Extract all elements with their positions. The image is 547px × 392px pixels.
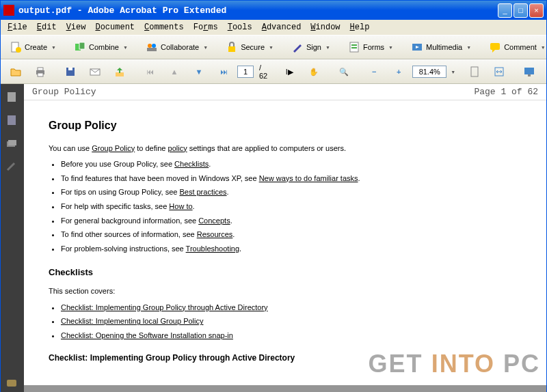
first-page-icon: ⏮: [144, 66, 156, 78]
page-total-label: / 62: [259, 64, 267, 80]
multimedia-button[interactable]: Multimedia ▼: [406, 38, 476, 56]
menu-comments[interactable]: Comments: [140, 21, 188, 33]
fit-width-button[interactable]: [488, 63, 510, 81]
combine-button[interactable]: Combine ▼: [69, 38, 133, 56]
secure-button[interactable]: Secure ▼: [221, 38, 278, 56]
menu-forms[interactable]: Forms: [189, 21, 222, 33]
open-button[interactable]: [5, 63, 27, 81]
close-button[interactable]: ×: [529, 3, 544, 18]
menu-file[interactable]: File: [3, 21, 31, 33]
chevron-down-icon: ▼: [203, 45, 208, 50]
screen-icon: [523, 66, 535, 78]
list-item: Checklist: Opening the Software Installa…: [61, 330, 522, 342]
menu-edit[interactable]: Edit: [33, 21, 61, 33]
doc-link[interactable]: Checklist: Opening the Software Installa…: [61, 331, 233, 339]
svg-point-4: [148, 44, 152, 48]
document-view[interactable]: Group Policy Page 1 of 62 Group Policy Y…: [24, 84, 546, 392]
chevron-down-icon[interactable]: ▼: [451, 70, 455, 74]
link-policy[interactable]: policy: [168, 144, 187, 152]
chevron-down-icon: ▼: [388, 45, 393, 50]
fullscreen-button[interactable]: [518, 63, 540, 81]
svg-rect-19: [68, 68, 72, 70]
doc-link[interactable]: New ways to do familiar tasks: [259, 174, 358, 182]
svg-rect-25: [528, 74, 531, 76]
comments-panel-button[interactable]: [5, 378, 19, 391]
layers-panel-button[interactable]: [5, 137, 19, 151]
create-label: Create: [25, 43, 47, 51]
create-button[interactable]: Create ▼: [5, 38, 61, 56]
doc-link[interactable]: Resources: [197, 230, 233, 238]
text-select-button[interactable]: I▶: [278, 63, 300, 81]
zoom-in-button[interactable]: +: [388, 63, 410, 81]
doc-link[interactable]: Checklist: Implementing Group Policy thr…: [61, 303, 268, 311]
menu-tools[interactable]: Tools: [224, 21, 256, 33]
create-icon: [10, 41, 22, 53]
minimize-button[interactable]: _: [498, 3, 512, 18]
print-button[interactable]: [29, 63, 51, 81]
doc-link[interactable]: Best practices: [179, 188, 226, 196]
bookmarks-panel-button[interactable]: [5, 114, 19, 128]
forms-button[interactable]: Forms ▼: [343, 38, 398, 56]
link-group-policy[interactable]: Group Policy: [92, 144, 135, 152]
doc-link[interactable]: Checklist: Implementing local Group Poli…: [61, 317, 203, 325]
hand-tool-button[interactable]: ✋: [303, 63, 325, 81]
doc-page: Group Policy You can use Group Policy to…: [24, 100, 546, 385]
menu-window[interactable]: Window: [306, 21, 344, 33]
chevron-down-icon: ▼: [541, 45, 546, 50]
section-intro: This section covers:: [49, 285, 522, 298]
zoom-select-icon: 🔍: [338, 66, 350, 78]
svg-rect-28: [8, 92, 16, 102]
checklist-subheading: Checklist: Implementing Group Policy thr…: [49, 352, 522, 365]
first-page-button[interactable]: ⏮: [139, 63, 161, 81]
collaborate-button[interactable]: Collaborate ▼: [141, 38, 213, 56]
nav-sidebar: [1, 84, 24, 392]
comment-button[interactable]: Comment ▼: [484, 38, 547, 56]
multimedia-label: Multimedia: [426, 43, 462, 51]
upload-icon: [114, 66, 126, 78]
marquee-zoom-button[interactable]: 🔍: [333, 63, 355, 81]
toolbar-main: Create ▼ Combine ▼ Collaborate ▼ Secure …: [1, 35, 546, 59]
doc-link[interactable]: Concepts: [198, 216, 230, 225]
hand-icon: ✋: [308, 66, 320, 78]
zoom-out-button[interactable]: −: [363, 63, 385, 81]
sign-button[interactable]: Sign ▼: [286, 38, 335, 56]
toolbar-secondary: ⏮ ▲ ▼ ⏭ / 62 I▶ ✋ 🔍 − + ▼: [1, 59, 546, 84]
save-button[interactable]: [59, 63, 81, 81]
email-button[interactable]: [84, 63, 106, 81]
page-number-input[interactable]: [237, 66, 254, 78]
chevron-down-icon: ▼: [325, 45, 330, 50]
pages-panel-button[interactable]: [5, 91, 19, 104]
menu-document[interactable]: Document: [91, 21, 139, 33]
combine-icon: [74, 41, 86, 53]
maximize-button[interactable]: □: [513, 3, 528, 18]
doc-header-left: Group Policy: [32, 87, 96, 97]
fit-width-icon: [493, 66, 505, 78]
doc-link[interactable]: Troubleshooting: [186, 244, 239, 253]
menu-view[interactable]: View: [62, 21, 90, 33]
chevron-down-icon: ▼: [269, 45, 274, 50]
signatures-panel-button[interactable]: [5, 160, 19, 174]
find-button[interactable]: [543, 63, 547, 81]
prev-page-button[interactable]: ▲: [163, 63, 185, 81]
list-item: To find features that have been moved in…: [61, 173, 522, 185]
doc-link[interactable]: Checklists: [174, 160, 209, 168]
svg-rect-10: [351, 47, 357, 48]
menu-advanced[interactable]: Advanced: [258, 21, 306, 33]
next-page-button[interactable]: ▼: [188, 63, 210, 81]
titlebar[interactable]: output.pdf - Adobe Acrobat Pro Extended …: [1, 1, 546, 20]
minus-icon: −: [368, 66, 380, 78]
forms-icon: [348, 41, 360, 53]
menu-help[interactable]: Help: [346, 21, 374, 33]
comment-icon: [489, 41, 501, 53]
zoom-input[interactable]: [412, 66, 446, 78]
upload-button[interactable]: [109, 63, 131, 81]
secure-label: Secure: [241, 43, 265, 51]
doc-link[interactable]: How to: [169, 202, 192, 210]
last-page-button[interactable]: ⏭: [213, 63, 235, 81]
fit-page-button[interactable]: [464, 63, 485, 81]
svg-rect-29: [8, 115, 16, 125]
checklist-link-list: Checklist: Implementing Group Policy thr…: [61, 302, 522, 342]
svg-rect-22: [471, 67, 478, 76]
sign-label: Sign: [306, 43, 321, 51]
list-item: For general background information, see …: [61, 215, 522, 227]
